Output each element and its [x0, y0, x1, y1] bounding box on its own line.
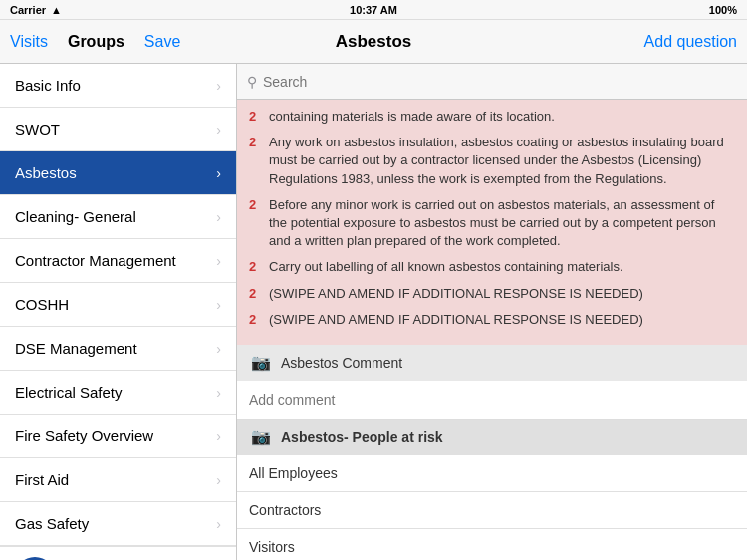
sidebar-item-swot[interactable]: SWOT ›: [0, 108, 236, 151]
item-num: 2: [249, 311, 259, 329]
chevron-right-icon: ›: [216, 209, 221, 225]
visits-button[interactable]: Visits: [10, 33, 48, 51]
save-button[interactable]: Save: [144, 33, 180, 51]
item-text: Carry out labelling of all known asbesto…: [269, 258, 735, 276]
chevron-right-icon: ›: [216, 122, 221, 138]
sidebar-item-dse-management[interactable]: DSE Management ›: [0, 327, 236, 371]
status-time: 10:37 AM: [350, 4, 397, 16]
comment-label: Asbestos Comment: [281, 355, 402, 371]
item-num: 2: [249, 108, 259, 126]
wifi-icon: ▲: [51, 4, 62, 16]
chevron-right-icon: ›: [216, 428, 221, 444]
sidebar-item-label: Gas Safety: [15, 515, 89, 532]
pink-item: 2containing materials is made aware of i…: [249, 108, 735, 126]
chevron-right-icon: ›: [216, 341, 221, 357]
comment-input-wrap[interactable]: [237, 381, 747, 420]
nav-title: Asbestos: [336, 32, 412, 52]
content-scroll: 2containing materials is made aware of i…: [237, 100, 747, 560]
sidebar: Basic Info › SWOT › Asbestos › Cleaning-…: [0, 64, 237, 560]
sidebar-item-electrical-safety[interactable]: Electrical Safety ›: [0, 371, 236, 415]
item-text: (SWIPE AND AMEND IF ADDITIONAL RESPONSE …: [269, 285, 735, 303]
chevron-right-icon: ›: [216, 297, 221, 313]
nav-left: Visits Groups Save: [10, 33, 180, 51]
comment-input[interactable]: [249, 392, 735, 408]
sidebar-logo: ew elliswhittam: [0, 546, 236, 560]
people-header: 📷 Asbestos- People at risk: [237, 420, 747, 455]
sidebar-item-label: Electrical Safety: [15, 384, 123, 401]
sidebar-item-label: Fire Safety Overview: [15, 427, 153, 444]
chevron-right-icon: ›: [216, 253, 221, 269]
pink-item: 2Carry out labelling of all known asbest…: [249, 258, 735, 276]
search-bar: ⚲: [237, 64, 747, 100]
sidebar-item-label: First Aid: [15, 471, 69, 488]
item-num: 2: [249, 285, 259, 303]
pink-item: 2(SWIPE AND AMEND IF ADDITIONAL RESPONSE…: [249, 285, 735, 303]
sidebar-item-first-aid[interactable]: First Aid ›: [0, 458, 236, 502]
sidebar-item-cleaning-general[interactable]: Cleaning- General ›: [0, 195, 236, 239]
carrier-label: Carrier: [10, 4, 46, 16]
pink-item: 2Any work on asbestos insulation, asbest…: [249, 134, 735, 188]
people-item: Visitors: [237, 529, 747, 560]
search-input[interactable]: [263, 74, 737, 90]
chevron-right-icon: ›: [216, 165, 221, 181]
sidebar-item-label: SWOT: [15, 121, 60, 138]
add-question-button[interactable]: Add question: [644, 33, 737, 51]
camera-icon: 📷: [249, 353, 273, 373]
sidebar-item-contractor-management[interactable]: Contractor Management ›: [0, 239, 236, 283]
sidebar-item-gas-safety[interactable]: Gas Safety ›: [0, 502, 236, 546]
battery-label: 100%: [709, 4, 737, 16]
nav-bar: Visits Groups Save Asbestos Add question: [0, 20, 747, 64]
sidebar-item-coshh[interactable]: COSHH ›: [0, 283, 236, 327]
item-text: (SWIPE AND AMEND IF ADDITIONAL RESPONSE …: [269, 311, 735, 329]
comment-section-header: 📷 Asbestos Comment: [237, 345, 747, 381]
sidebar-item-basic-info[interactable]: Basic Info ›: [0, 64, 236, 108]
item-num: 2: [249, 258, 259, 276]
item-text: Any work on asbestos insulation, asbesto…: [269, 134, 735, 188]
groups-button[interactable]: Groups: [68, 33, 124, 51]
status-left: Carrier ▲: [10, 4, 62, 16]
sidebar-item-label: COSHH: [15, 296, 69, 313]
item-num: 2: [249, 196, 259, 251]
search-icon: ⚲: [247, 74, 257, 90]
item-num: 2: [249, 134, 259, 188]
people-item: All Employees: [237, 455, 747, 492]
pink-item: 2(SWIPE AND AMEND IF ADDITIONAL RESPONSE…: [249, 311, 735, 329]
pink-item: 2Before any minor work is carried out on…: [249, 196, 735, 251]
people-list: All EmployeesContractorsVisitorsMaintena…: [237, 455, 747, 560]
chevron-right-icon: ›: [216, 385, 221, 401]
content-area: ⚲ 2containing materials is made aware of…: [237, 64, 747, 560]
status-bar: Carrier ▲ 10:37 AM 100%: [0, 0, 747, 20]
chevron-right-icon: ›: [216, 472, 221, 488]
item-text: Before any minor work is carried out on …: [269, 196, 735, 251]
people-item: Contractors: [237, 492, 747, 529]
sidebar-item-label: Cleaning- General: [15, 208, 136, 225]
sidebar-item-label: Asbestos: [15, 164, 77, 181]
chevron-right-icon: ›: [216, 516, 221, 532]
main-layout: Basic Info › SWOT › Asbestos › Cleaning-…: [0, 64, 747, 560]
people-label: Asbestos- People at risk: [281, 429, 443, 445]
sidebar-item-label: Basic Info: [15, 77, 81, 94]
sidebar-item-fire-safety-overview[interactable]: Fire Safety Overview ›: [0, 415, 236, 458]
sidebar-item-label: DSE Management: [15, 340, 137, 357]
pink-section: 2containing materials is made aware of i…: [237, 100, 747, 345]
people-camera-icon: 📷: [249, 427, 273, 447]
chevron-right-icon: ›: [216, 78, 221, 94]
sidebar-item-label: Contractor Management: [15, 252, 176, 269]
item-text: containing materials is made aware of it…: [269, 108, 735, 126]
sidebar-item-asbestos[interactable]: Asbestos ›: [0, 151, 236, 195]
